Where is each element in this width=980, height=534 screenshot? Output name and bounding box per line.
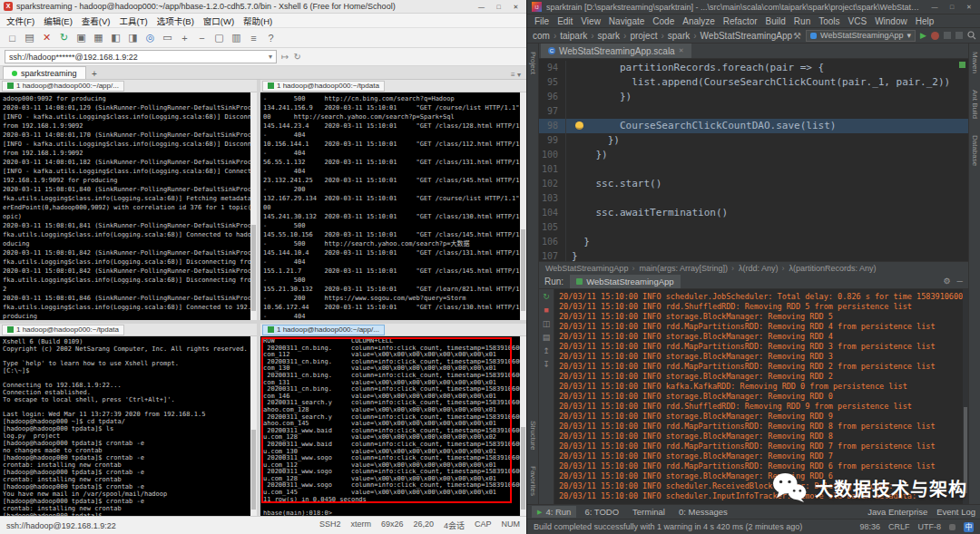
- new-tab-button[interactable]: +: [88, 69, 102, 79]
- toolbar-icon[interactable]: ≡: [246, 33, 261, 44]
- terminal-pane-hbase[interactable]: 1 hadoop@hadoop000:~/app/... ROW COLUMN+…: [260, 324, 526, 516]
- scrollbar[interactable]: [520, 92, 526, 320]
- menu-item[interactable]: 帮助(H): [243, 15, 272, 27]
- menu-item[interactable]: 查看(V): [82, 15, 111, 27]
- maximize-button[interactable]: □: [946, 4, 958, 10]
- lock-icon[interactable]: [949, 524, 956, 530]
- run-toolbar-icon[interactable]: ↻: [543, 292, 550, 301]
- menu-item[interactable]: 编辑(E): [44, 15, 73, 27]
- editor-tab-active[interactable]: C WebStatStreamingApp.scala ✕: [541, 44, 691, 58]
- tool-window-button-ant[interactable]: Ant Build: [971, 90, 979, 119]
- run-button[interactable]: ▶: [920, 31, 926, 40]
- tool-window-button-database[interactable]: Database: [971, 135, 979, 166]
- hide-toolwindow-icon[interactable]: ─: [957, 277, 963, 286]
- toolbar-icon[interactable]: ▤: [22, 32, 37, 44]
- menu-item[interactable]: Help: [916, 16, 935, 26]
- scrollbar[interactable]: [250, 336, 257, 516]
- toolbar-icon[interactable]: ▥: [229, 32, 244, 44]
- search-everywhere-icon[interactable]: [967, 31, 976, 40]
- toolbar-icon[interactable]: −: [194, 33, 210, 44]
- run-toolbar-icon[interactable]: ↥: [543, 346, 550, 355]
- tool-window-button-run[interactable]: ▶ 4: Run: [532, 506, 576, 518]
- menu-item[interactable]: 文件(F): [6, 15, 34, 27]
- menu-item[interactable]: Build: [766, 16, 786, 26]
- breadcrumb-item[interactable]: WebStatStreamingApp: [701, 31, 793, 41]
- scrollbar[interactable]: [520, 336, 526, 516]
- menu-item[interactable]: Analyze: [682, 16, 715, 26]
- address-input[interactable]: ssh://hadoop******@192.168.1.9:22 ▾: [5, 50, 277, 63]
- tool-window-button-todo[interactable]: 6: TODO: [579, 506, 624, 518]
- toolbar-icon[interactable]: ◎: [142, 32, 158, 44]
- editor-breadcrumb-item[interactable]: main(args: Array[String]): [639, 264, 738, 273]
- scrollbar-thumb[interactable]: [521, 427, 525, 510]
- inspection-status-icon[interactable]: [959, 62, 965, 68]
- run-toolbar-icon[interactable]: ↧: [543, 360, 550, 369]
- pane-tab-active[interactable]: 1 hadoop@hadoop000:~/app/...: [262, 325, 385, 335]
- toolbar-icon[interactable]: ▢: [211, 32, 227, 44]
- build-status-message[interactable]: Build completed successfully with 1 warn…: [534, 522, 802, 531]
- toolbar-icon[interactable]: ▦: [91, 32, 106, 44]
- tool-window-button-structure[interactable]: Structure: [529, 421, 537, 450]
- scrollbar-thumb[interactable]: [521, 229, 525, 311]
- breadcrumb-item[interactable]: taipark: [560, 31, 597, 41]
- java-enterprise-button[interactable]: Java Enterprise: [867, 507, 927, 517]
- intention-bulb-icon[interactable]: [575, 121, 583, 130]
- tool-window-button-messages[interactable]: 0: Messages: [673, 506, 733, 518]
- toolbar-icon[interactable]: ◧: [108, 32, 123, 44]
- run-toolbar-icon[interactable]: ◫: [543, 319, 551, 328]
- file-encoding[interactable]: UTF-8: [918, 522, 942, 531]
- caret-position[interactable]: 98:36: [859, 522, 880, 531]
- pane-tab[interactable]: 1 hadoop@hadoop000:~/tpdata: [2, 325, 124, 335]
- toolbar-icon[interactable]: +: [177, 33, 192, 44]
- toolbar-icon[interactable]: ✕: [39, 32, 54, 44]
- run-toolbar-icon[interactable]: ■: [544, 306, 548, 315]
- tool-window-button-maven[interactable]: Maven: [971, 52, 979, 73]
- connect-icon[interactable]: ↦: [281, 52, 289, 62]
- close-button[interactable]: ✕: [963, 4, 975, 11]
- editor-breadcrumb-item[interactable]: λ(rdd: Any): [739, 264, 789, 273]
- menu-item[interactable]: File: [534, 16, 549, 26]
- ime-indicator[interactable]: 中: [964, 522, 974, 532]
- menu-item[interactable]: View: [581, 16, 601, 26]
- minimize-button[interactable]: —: [475, 2, 488, 12]
- terminal-pane-kafka-logs[interactable]: 1 hadoop@hadoop000:~/app/... adoop000:90…: [0, 80, 257, 320]
- menu-item[interactable]: Navigate: [609, 16, 644, 26]
- toolbar-icon[interactable]: ?: [263, 33, 279, 44]
- code-editor[interactable]: 94 partitionRecords.foreach(pair => { 95…: [539, 59, 968, 274]
- menu-item[interactable]: Run: [794, 16, 810, 26]
- breadcrumb-item[interactable]: com: [533, 31, 560, 41]
- toolbar-icon[interactable]: ▣: [74, 32, 89, 44]
- tool-window-button-terminal[interactable]: Terminal: [627, 506, 671, 518]
- pane-tab[interactable]: 1 hadoop@hadoop000:~/app/...: [2, 81, 124, 92]
- menu-item[interactable]: Code: [652, 16, 674, 26]
- run-toolbar-icon[interactable]: ▤: [543, 333, 551, 342]
- pane-tab[interactable]: 1 hadoop@hadoop000:~/tpdata: [262, 81, 385, 92]
- scrollbar[interactable]: [250, 92, 257, 320]
- toolbar-icon[interactable]: ↻: [56, 32, 72, 44]
- menu-item[interactable]: 选项卡(B): [157, 15, 194, 27]
- close-icon[interactable]: ✕: [679, 47, 684, 54]
- breadcrumb-item[interactable]: spark: [668, 31, 701, 41]
- coverage-button[interactable]: [944, 32, 951, 39]
- menu-item[interactable]: Refactor: [723, 16, 758, 26]
- scrollbar-thumb[interactable]: [251, 430, 256, 510]
- maximize-button[interactable]: □: [492, 2, 505, 12]
- settings-gear-icon[interactable]: ⚙: [944, 277, 951, 286]
- menu-item[interactable]: Tools: [818, 16, 839, 26]
- profiler-button[interactable]: [956, 32, 963, 39]
- scrollbar-thumb[interactable]: [251, 225, 256, 311]
- menu-item[interactable]: 窗口(W): [203, 15, 234, 27]
- breadcrumb-item[interactable]: project: [630, 31, 667, 41]
- chevron-down-icon[interactable]: ▾: [269, 53, 272, 61]
- event-log-button[interactable]: Event Log: [936, 507, 975, 517]
- terminal-pane-access-logs[interactable]: 1 hadoop@hadoop000:~/tpdata - 500 http:/…: [260, 80, 526, 320]
- menu-item[interactable]: Edit: [557, 16, 573, 26]
- minimize-button[interactable]: —: [928, 4, 941, 10]
- run-configuration-select[interactable]: WebStatStreamingApp ▾: [806, 30, 916, 42]
- tool-window-button-favorites[interactable]: Favorites: [529, 466, 537, 496]
- debug-button[interactable]: [931, 32, 939, 40]
- run-tab[interactable]: WebStatStreamingApp: [570, 275, 680, 288]
- menu-item[interactable]: VCS: [848, 16, 867, 26]
- tool-window-button-project[interactable]: Project: [529, 52, 537, 74]
- line-separator[interactable]: CRLF: [888, 522, 910, 531]
